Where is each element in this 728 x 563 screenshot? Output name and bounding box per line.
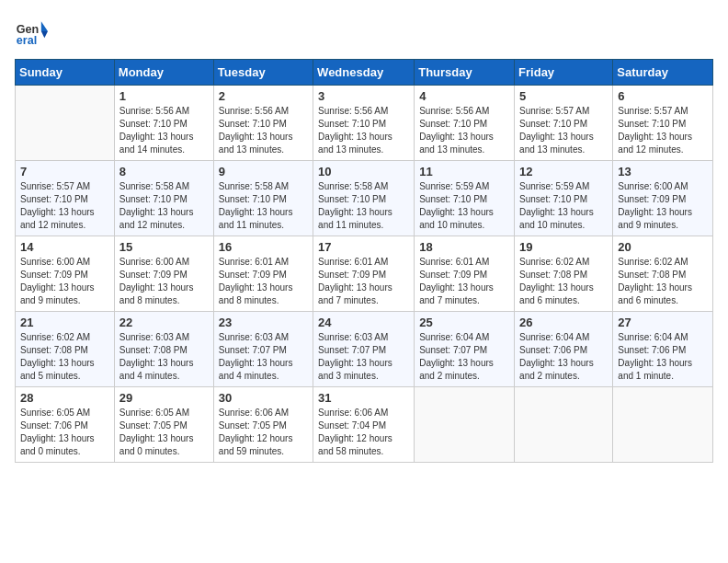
day-info: Sunrise: 6:01 AM Sunset: 7:09 PM Dayligh… <box>318 256 409 307</box>
day-number: 4 <box>419 89 509 103</box>
calendar-cell <box>515 387 613 463</box>
calendar-cell: 1Sunrise: 5:56 AM Sunset: 7:10 PM Daylig… <box>114 86 213 161</box>
day-number: 28 <box>20 391 109 405</box>
calendar-cell: 22Sunrise: 6:03 AM Sunset: 7:08 PM Dayli… <box>114 312 213 387</box>
day-info: Sunrise: 6:00 AM Sunset: 7:09 PM Dayligh… <box>20 256 109 307</box>
calendar-cell: 6Sunrise: 5:57 AM Sunset: 7:10 PM Daylig… <box>613 86 713 161</box>
calendar-cell: 5Sunrise: 5:57 AM Sunset: 7:10 PM Daylig… <box>515 86 613 161</box>
day-number: 19 <box>519 240 608 254</box>
calendar-cell: 13Sunrise: 6:00 AM Sunset: 7:09 PM Dayli… <box>613 161 713 236</box>
calendar-cell: 23Sunrise: 6:03 AM Sunset: 7:07 PM Dayli… <box>213 312 313 387</box>
calendar-week-row: 28Sunrise: 6:05 AM Sunset: 7:06 PM Dayli… <box>16 387 713 463</box>
day-number: 7 <box>20 165 109 178</box>
day-number: 8 <box>119 165 209 178</box>
calendar-cell: 31Sunrise: 6:06 AM Sunset: 7:04 PM Dayli… <box>313 387 415 463</box>
day-header-monday: Monday <box>114 60 213 86</box>
day-number: 11 <box>419 165 509 178</box>
day-info: Sunrise: 6:06 AM Sunset: 7:04 PM Dayligh… <box>318 407 409 458</box>
day-number: 25 <box>419 316 509 329</box>
day-number: 10 <box>318 165 409 178</box>
day-number: 31 <box>318 391 409 405</box>
calendar-cell: 19Sunrise: 6:02 AM Sunset: 7:08 PM Dayli… <box>515 236 613 312</box>
day-number: 2 <box>219 89 308 103</box>
day-info: Sunrise: 6:03 AM Sunset: 7:08 PM Dayligh… <box>119 331 209 383</box>
calendar-cell <box>16 86 115 161</box>
calendar-cell: 27Sunrise: 6:04 AM Sunset: 7:06 PM Dayli… <box>613 312 713 387</box>
day-info: Sunrise: 6:01 AM Sunset: 7:09 PM Dayligh… <box>219 256 308 307</box>
day-info: Sunrise: 5:56 AM Sunset: 7:10 PM Dayligh… <box>318 105 409 156</box>
calendar-cell: 12Sunrise: 5:59 AM Sunset: 7:10 PM Dayli… <box>515 161 613 236</box>
day-info: Sunrise: 5:56 AM Sunset: 7:10 PM Dayligh… <box>419 105 509 156</box>
day-info: Sunrise: 5:58 AM Sunset: 7:10 PM Dayligh… <box>119 180 209 232</box>
calendar-cell: 21Sunrise: 6:02 AM Sunset: 7:08 PM Dayli… <box>16 312 115 387</box>
calendar-cell: 28Sunrise: 6:05 AM Sunset: 7:06 PM Dayli… <box>16 387 115 463</box>
calendar-cell: 3Sunrise: 5:56 AM Sunset: 7:10 PM Daylig… <box>313 86 415 161</box>
page-header: Gen eral <box>15 15 713 48</box>
calendar-cell: 24Sunrise: 6:03 AM Sunset: 7:07 PM Dayli… <box>313 312 415 387</box>
calendar-cell: 8Sunrise: 5:58 AM Sunset: 7:10 PM Daylig… <box>114 161 213 236</box>
calendar-cell: 9Sunrise: 5:58 AM Sunset: 7:10 PM Daylig… <box>213 161 313 236</box>
calendar-cell <box>415 387 515 463</box>
day-number: 13 <box>618 165 708 178</box>
calendar-week-row: 7Sunrise: 5:57 AM Sunset: 7:10 PM Daylig… <box>16 161 713 236</box>
calendar-cell: 14Sunrise: 6:00 AM Sunset: 7:09 PM Dayli… <box>16 236 115 312</box>
calendar-cell: 10Sunrise: 5:58 AM Sunset: 7:10 PM Dayli… <box>313 161 415 236</box>
day-info: Sunrise: 6:03 AM Sunset: 7:07 PM Dayligh… <box>318 331 409 383</box>
day-info: Sunrise: 6:00 AM Sunset: 7:09 PM Dayligh… <box>618 180 708 232</box>
day-number: 16 <box>219 240 308 254</box>
day-number: 17 <box>318 240 409 254</box>
day-info: Sunrise: 5:57 AM Sunset: 7:10 PM Dayligh… <box>618 105 708 156</box>
day-info: Sunrise: 6:04 AM Sunset: 7:06 PM Dayligh… <box>519 331 608 383</box>
day-info: Sunrise: 6:05 AM Sunset: 7:05 PM Dayligh… <box>119 407 209 458</box>
day-number: 21 <box>20 316 109 329</box>
day-header-sunday: Sunday <box>16 60 115 86</box>
day-info: Sunrise: 5:56 AM Sunset: 7:10 PM Dayligh… <box>219 105 308 156</box>
svg-marker-2 <box>41 21 48 31</box>
day-info: Sunrise: 6:03 AM Sunset: 7:07 PM Dayligh… <box>219 331 308 383</box>
day-info: Sunrise: 6:04 AM Sunset: 7:07 PM Dayligh… <box>419 331 509 383</box>
day-info: Sunrise: 5:59 AM Sunset: 7:10 PM Dayligh… <box>419 180 509 232</box>
day-header-thursday: Thursday <box>415 60 515 86</box>
logo-icon: Gen eral <box>15 15 48 48</box>
calendar-cell: 25Sunrise: 6:04 AM Sunset: 7:07 PM Dayli… <box>415 312 515 387</box>
day-number: 5 <box>519 89 608 103</box>
calendar-cell <box>613 387 713 463</box>
day-header-friday: Friday <box>515 60 613 86</box>
calendar-cell: 7Sunrise: 5:57 AM Sunset: 7:10 PM Daylig… <box>16 161 115 236</box>
day-number: 24 <box>318 316 409 329</box>
day-number: 29 <box>119 391 209 405</box>
calendar-week-row: 21Sunrise: 6:02 AM Sunset: 7:08 PM Dayli… <box>16 312 713 387</box>
day-info: Sunrise: 6:05 AM Sunset: 7:06 PM Dayligh… <box>20 407 109 458</box>
day-info: Sunrise: 6:06 AM Sunset: 7:05 PM Dayligh… <box>219 407 308 458</box>
day-info: Sunrise: 5:59 AM Sunset: 7:10 PM Dayligh… <box>519 180 608 232</box>
calendar-cell: 20Sunrise: 6:02 AM Sunset: 7:08 PM Dayli… <box>613 236 713 312</box>
day-info: Sunrise: 6:00 AM Sunset: 7:09 PM Dayligh… <box>119 256 209 307</box>
calendar-cell: 11Sunrise: 5:59 AM Sunset: 7:10 PM Dayli… <box>415 161 515 236</box>
day-number: 26 <box>519 316 608 329</box>
svg-marker-3 <box>41 31 48 38</box>
logo: Gen eral <box>15 15 51 48</box>
day-info: Sunrise: 5:57 AM Sunset: 7:10 PM Dayligh… <box>20 180 109 232</box>
day-number: 30 <box>219 391 308 405</box>
day-info: Sunrise: 6:04 AM Sunset: 7:06 PM Dayligh… <box>618 331 708 383</box>
calendar-cell: 16Sunrise: 6:01 AM Sunset: 7:09 PM Dayli… <box>213 236 313 312</box>
day-number: 14 <box>20 240 109 254</box>
calendar-cell: 17Sunrise: 6:01 AM Sunset: 7:09 PM Dayli… <box>313 236 415 312</box>
day-number: 18 <box>419 240 509 254</box>
day-info: Sunrise: 6:02 AM Sunset: 7:08 PM Dayligh… <box>618 256 708 307</box>
day-info: Sunrise: 5:56 AM Sunset: 7:10 PM Dayligh… <box>119 105 209 156</box>
day-number: 6 <box>618 89 708 103</box>
day-info: Sunrise: 6:02 AM Sunset: 7:08 PM Dayligh… <box>20 331 109 383</box>
day-header-wednesday: Wednesday <box>313 60 415 86</box>
day-number: 15 <box>119 240 209 254</box>
day-number: 23 <box>219 316 308 329</box>
calendar-cell: 4Sunrise: 5:56 AM Sunset: 7:10 PM Daylig… <box>415 86 515 161</box>
calendar-header-row: SundayMondayTuesdayWednesdayThursdayFrid… <box>16 60 713 86</box>
day-number: 9 <box>219 165 308 178</box>
day-number: 12 <box>519 165 608 178</box>
calendar-table: SundayMondayTuesdayWednesdayThursdayFrid… <box>15 59 713 463</box>
calendar-cell: 29Sunrise: 6:05 AM Sunset: 7:05 PM Dayli… <box>114 387 213 463</box>
day-info: Sunrise: 5:58 AM Sunset: 7:10 PM Dayligh… <box>219 180 308 232</box>
day-number: 27 <box>618 316 708 329</box>
day-number: 22 <box>119 316 209 329</box>
